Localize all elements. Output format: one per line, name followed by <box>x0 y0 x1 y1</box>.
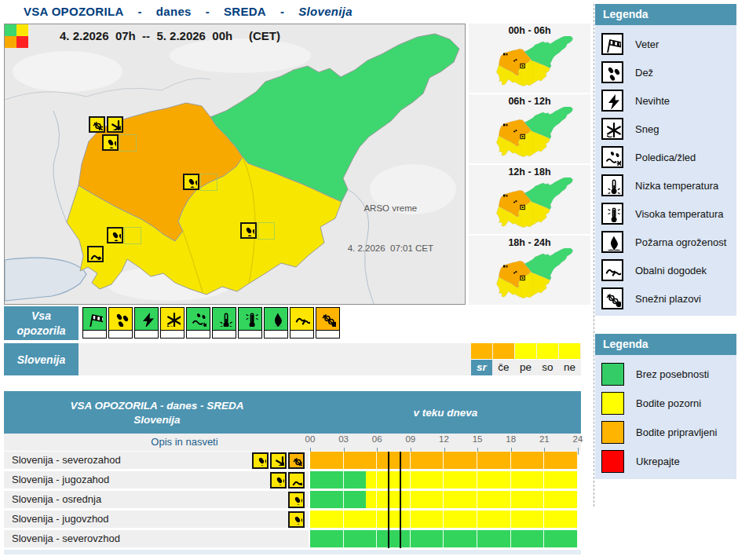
storm-icon <box>601 90 623 112</box>
ice-icon <box>601 146 623 168</box>
fire-icon <box>265 308 287 331</box>
sea-adriatic <box>5 258 86 301</box>
title-part-warnings: VSA OPOZORILA <box>24 5 124 18</box>
strip-storm <box>134 307 159 339</box>
snow-icon <box>270 452 287 469</box>
all-warnings-strip: Vsa opozorila <box>4 306 581 340</box>
period-map-06-12[interactable]: 06h - 12h <box>469 94 590 163</box>
storm-icon <box>135 308 158 331</box>
legend-colors: Legenda Brez posebnosti Bodite pozorni B… <box>595 334 736 479</box>
legend-header: Legenda <box>595 4 736 25</box>
legend-header: Legenda <box>595 334 736 355</box>
warning-map[interactable]: 4. 2.2026 07h -- 5. 2.2026 00h (CET) ARS… <box>4 24 466 305</box>
coastal-event-icon <box>290 308 313 331</box>
day-level-square <box>493 343 514 360</box>
day-col-pe: pe <box>515 343 536 375</box>
row-severozahod[interactable]: Slovenija - severozahod <box>4 452 581 469</box>
tab-day-ce[interactable]: če <box>493 360 514 375</box>
day-col-so: so <box>537 343 558 375</box>
wind-icon <box>83 308 106 331</box>
legend-level-yellow: Bodite pozorni <box>601 389 736 418</box>
legend-item-high-temp: Visoka temperatura <box>601 199 736 228</box>
legend-level-orange: Bodite pripravljeni <box>601 418 736 447</box>
period-map-18-24[interactable]: 18h - 24h <box>469 236 590 305</box>
strip-ice <box>186 307 210 339</box>
empty-warning-slot <box>119 134 137 152</box>
low-temperature-icon <box>601 174 623 196</box>
table-rows: Slovenija - severozahod Slovenija - jugo… <box>4 452 581 548</box>
strip-high-temp <box>238 307 262 339</box>
legend-item-snow: Sneg <box>601 115 736 143</box>
title-part-region: Slovenija <box>298 5 353 18</box>
current-time-line <box>400 452 401 548</box>
legend-divider <box>594 4 594 507</box>
table-bottom-strip <box>4 550 581 555</box>
rain-icon <box>109 308 132 331</box>
period-map-00-06[interactable]: 00h - 06h <box>469 24 590 93</box>
day-level-square <box>471 343 492 360</box>
strip-coastal <box>290 307 314 339</box>
tab-day-so[interactable]: so <box>537 360 558 375</box>
timeline-bar <box>310 530 578 547</box>
rain-icon <box>601 61 623 83</box>
snow-icon <box>601 118 623 140</box>
high-temperature-icon <box>239 308 261 331</box>
legend-level-green: Brez posebnosti <box>601 360 736 389</box>
rain-icon <box>107 227 123 243</box>
table-header-right: v teku dneva <box>414 407 478 419</box>
row-jugozahod[interactable]: Slovenija - jugozahod <box>4 471 581 489</box>
avalanche-icon <box>316 308 339 331</box>
hours-axis: 00 03 06 09 12 15 18 21 24 <box>310 434 578 451</box>
fire-icon <box>601 231 623 253</box>
ice-icon <box>187 308 210 331</box>
key-yellow <box>16 24 28 36</box>
red-swatch <box>601 450 624 473</box>
day-col-ce: če <box>493 343 514 375</box>
rain-icon <box>288 492 305 508</box>
day-col-ne: ne <box>559 343 580 375</box>
row-jugovzhod[interactable]: Slovenija - jugovzhod <box>4 511 581 528</box>
warning-color-key <box>5 24 28 48</box>
key-red <box>16 36 28 48</box>
strip-wind <box>82 307 107 339</box>
tab-day-pe[interactable]: pe <box>515 360 536 375</box>
current-time-line <box>388 452 389 548</box>
avalanche-icon <box>89 116 105 133</box>
row-severovzhod[interactable]: Slovenija - severovzhod <box>4 530 581 547</box>
region-selector-row: Slovenija sr če pe so ne <box>4 343 581 375</box>
orange-swatch <box>601 421 624 444</box>
empty-warning-slot <box>200 174 217 191</box>
row-osrednja[interactable]: Slovenija - osrednja <box>4 491 581 508</box>
strip-fire <box>264 307 288 339</box>
timeline-bar <box>310 471 578 489</box>
period-maps: 00h - 06h 06h - 12h 12h - 18h 18h - 24h <box>469 24 590 305</box>
legend-item-fire: Požarna ogroženost <box>601 228 736 256</box>
table-subheader: Opis in nasveti 00 03 06 09 12 15 18 21 … <box>4 434 581 451</box>
rain-icon <box>240 222 257 239</box>
green-swatch <box>601 363 624 386</box>
period-map-12-18[interactable]: 12h - 18h <box>469 165 590 234</box>
tab-day-sr[interactable]: sr <box>471 360 492 375</box>
legend-item-wind: Veter <box>601 30 736 58</box>
key-green <box>5 24 16 36</box>
coastal-event-icon <box>87 246 104 262</box>
timeline-bar <box>310 452 578 469</box>
day-level-square <box>537 343 558 360</box>
low-temperature-icon <box>213 308 236 331</box>
title-part-today: danes <box>156 5 192 18</box>
region-label: Slovenija <box>4 343 79 375</box>
day-level-square <box>515 343 536 360</box>
legend-item-ice: Poledica/žled <box>601 143 736 171</box>
empty-warning-slot <box>258 222 275 240</box>
legend-item-avalanche: Snežni plazovi <box>601 284 736 313</box>
strip-snow <box>160 307 184 339</box>
rain-icon <box>270 472 287 489</box>
timeline-bar <box>310 511 578 528</box>
tab-day-ne[interactable]: ne <box>559 360 580 375</box>
day-col-sr: sr <box>471 343 492 375</box>
rain-icon <box>288 511 305 528</box>
legend-item-rain: Dež <box>601 58 736 86</box>
table-subtitle: Slovenija <box>133 414 180 426</box>
day-tabs: sr če pe so ne <box>471 343 580 375</box>
coastal-event-icon <box>601 259 623 281</box>
